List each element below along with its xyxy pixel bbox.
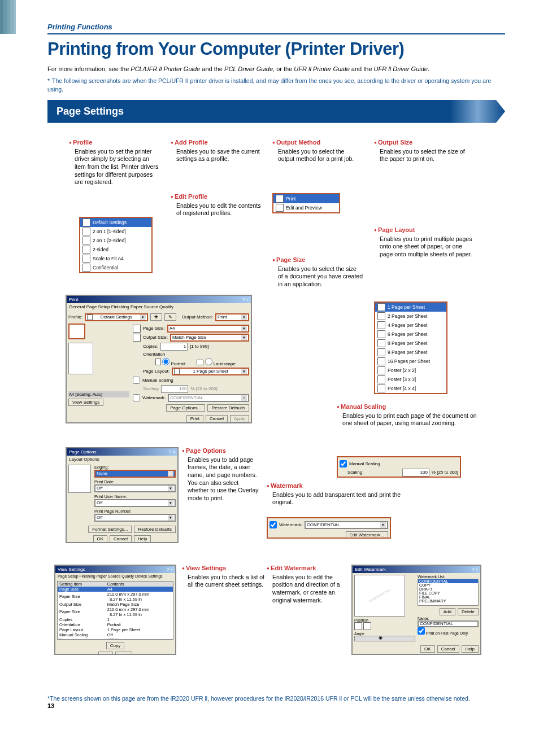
pagesize-combo[interactable]: A4▾ [167, 325, 249, 333]
profile-item[interactable]: Scale to Fit A4 [80, 254, 151, 263]
view-settings-button[interactable]: View Settings [68, 399, 103, 406]
format-settings-button[interactable]: Format Settings... [88, 526, 132, 533]
delete-button[interactable]: Delete [458, 608, 479, 615]
shot-manual-scaling: Manual Scaling Scaling:100% [25 to 200] [337, 456, 461, 478]
profile-item[interactable]: Confidential [80, 263, 151, 272]
pagelayout-item[interactable]: 16 Pages per Sheet [375, 357, 446, 366]
ok-button[interactable]: OK [93, 535, 108, 543]
pagelayout-item[interactable]: Poster [4 x 4] [375, 384, 446, 393]
cancel-button[interactable]: Cancel [437, 645, 459, 653]
printdate-combo[interactable]: Off▾ [94, 484, 176, 492]
preview-pane [68, 324, 85, 339]
profile-combo[interactable]: Default Settings▾ [85, 313, 148, 321]
orient-landscape-radio[interactable] [205, 358, 212, 365]
restore-defaults-button[interactable]: Restore Defaults [134, 526, 176, 533]
pagelayout-item[interactable]: 9 Pages per Sheet [375, 348, 446, 357]
orient-portrait-radio[interactable] [162, 358, 169, 365]
profile-item[interactable]: Default Settings [80, 218, 151, 227]
add-button[interactable]: Add [440, 608, 455, 615]
outputsize-combo[interactable]: Match Page Size▾ [170, 334, 249, 342]
copies-spinner[interactable]: 1 [160, 343, 188, 351]
restore-defaults-button[interactable]: Restore Defaults [207, 404, 249, 412]
ok-button[interactable]: OK [420, 645, 435, 653]
side-stripe [0, 0, 16, 34]
dialog-tab[interactable]: Layout Options [67, 456, 177, 463]
pagelayout-item[interactable]: 4 Pages per Sheet [375, 321, 446, 330]
watermark-combo2[interactable]: CONFIDENTIAL▾ [305, 521, 388, 529]
shot-view-settings-dialog: View Settings? × Page Setup Finishing Pa… [54, 565, 176, 655]
watermark-check2[interactable] [270, 521, 277, 528]
top-note: *The following screenshots are when the … [47, 77, 505, 93]
apply-button[interactable]: Apply [230, 415, 249, 422]
edging-combo[interactable]: None▾ [94, 470, 176, 478]
callout-output-method: Output Method Enables you to select the … [272, 139, 357, 163]
profile-item[interactable]: 2 on 1 [2-sided] [80, 236, 151, 245]
callout-edit-watermark: Edit Watermark Enables you to edit the p… [267, 565, 351, 605]
shot-print-dialog: Print? × General Page Setup Finishing Pa… [66, 295, 252, 423]
callout-page-size: Page Size Enables you to select the size… [272, 256, 363, 289]
callout-add-profile: Add Profile Enables you to save the curr… [171, 139, 261, 163]
print-button[interactable]: Print [186, 415, 203, 422]
bottom-note: *The screens shown on this page are from… [47, 694, 505, 702]
profile-item[interactable]: 2-sided [80, 245, 151, 254]
manual-scaling-check2[interactable] [340, 460, 347, 467]
shot-pagelayout-list: 1 Page per Sheet 2 Pages per Sheet 4 Pag… [374, 301, 447, 394]
shot-watermark-block: Watermark:CONFIDENTIAL▾ Edit Watermark..… [267, 517, 391, 539]
page-options-button[interactable]: Page Options... [166, 404, 205, 412]
pagelayout-item[interactable]: Poster [3 x 3] [375, 375, 446, 384]
callout-view-settings: View Settings Enables you to check a lis… [182, 565, 267, 589]
shot-outputmethod-list: Print Edit and Preview [272, 193, 340, 213]
name-input[interactable]: CONFIDENTIAL [418, 620, 479, 627]
scaling-spinner2[interactable]: 100 [402, 469, 429, 477]
edit-profile-icon[interactable]: ✎ [164, 313, 176, 321]
pagelayout-item[interactable]: 1 Page per Sheet [375, 303, 446, 312]
close-icon[interactable]: ? × [472, 567, 478, 572]
pagelayout-item[interactable]: 6 Pages per Sheet [375, 330, 446, 339]
copy-button[interactable]: Copy [106, 642, 125, 649]
close-icon[interactable]: ? × [242, 297, 249, 302]
shot-edit-watermark-dialog: Edit Watermark? × CONFIDENTIAL Position … [351, 565, 481, 655]
intro-paragraph: For more information, see the PCL/UFR ll… [47, 65, 505, 73]
watermark-check[interactable] [133, 394, 140, 401]
dialog-tabs[interactable]: Page Setup Finishing Paper Source Qualit… [55, 573, 175, 579]
scaling-spinner[interactable]: 100 [161, 385, 188, 393]
dialog-title: Edit Watermark [355, 567, 386, 572]
profile-item[interactable]: 2 on 1 [1-sided] [80, 227, 151, 236]
outputmethod-item[interactable]: Print [273, 194, 339, 203]
ok-button[interactable]: OK [98, 652, 113, 655]
printuser-combo[interactable]: Off▾ [94, 499, 176, 507]
add-profile-icon[interactable]: ✚ [150, 313, 162, 321]
pagelayout-item[interactable]: 2 Pages per Sheet [375, 312, 446, 321]
help-button[interactable]: Help [462, 645, 479, 653]
manual-scaling-check[interactable] [133, 377, 140, 384]
layout-preview [68, 465, 91, 493]
help-button[interactable]: Help [115, 652, 132, 655]
watermark-combo[interactable]: CONFIDENTIAL▾ [168, 394, 249, 402]
firstpage-check[interactable] [418, 627, 425, 635]
watermark-list[interactable]: CONFIDENTIAL COPY DRAFT FILE COPY FINAL … [418, 579, 479, 606]
dialog-title: View Settings [58, 567, 85, 572]
pagelayout-item[interactable]: 8 Pages per Sheet [375, 339, 446, 348]
close-icon[interactable]: ? × [169, 449, 175, 455]
callout-profile: Profile Enables you to set the printer d… [69, 139, 159, 186]
callout-manual-scaling: Manual Scaling Enables you to print each… [337, 403, 478, 427]
help-button[interactable]: Help [134, 535, 151, 543]
cancel-button[interactable]: Cancel [206, 415, 228, 422]
cancel-button[interactable]: Cancel [110, 535, 132, 543]
pagelayout-item[interactable]: Poster [2 x 2] [375, 366, 446, 375]
edit-watermark-button[interactable]: Edit Watermark... [346, 531, 389, 539]
dialog-title: Print [69, 297, 78, 302]
shot-profile-list: Default Settings 2 on 1 [1-sided] 2 on 1… [79, 217, 153, 273]
outputmethod-combo[interactable]: Print▾ [215, 313, 249, 321]
printpage-combo[interactable]: Off▾ [94, 514, 176, 522]
header-rule [47, 33, 505, 34]
dialog-title: Page Options [69, 449, 96, 455]
angle-slider[interactable]: ◉ [354, 636, 415, 641]
pagelayout-combo[interactable]: 1 Page per Sheet▾ [172, 368, 249, 375]
close-icon[interactable]: ? × [167, 567, 173, 572]
callout-edit-profile: Edit Profile Enables you to edit the con… [171, 193, 261, 217]
page-number: 13 [47, 702, 54, 709]
callout-page-options: Page Options Enables you to add page fra… [182, 447, 261, 502]
tabs[interactable]: General Page Setup Finishing Paper Sourc… [67, 303, 251, 311]
outputmethod-item[interactable]: Edit and Preview [273, 203, 339, 212]
